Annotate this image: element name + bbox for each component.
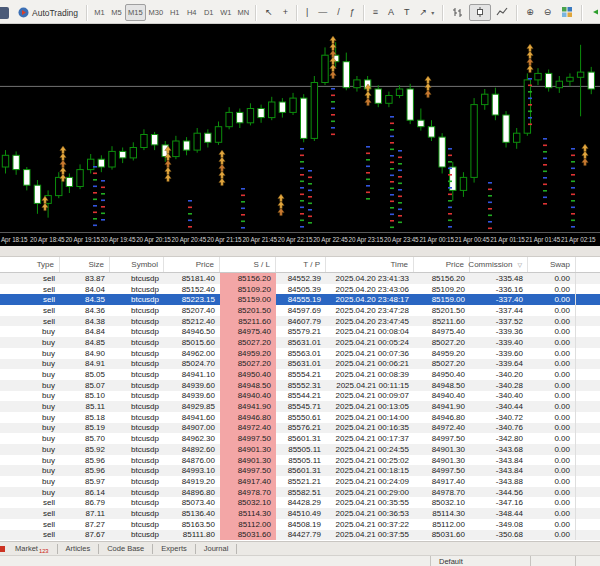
column-header-swap[interactable]: Swap: [528, 257, 576, 272]
cell-time: 2025.04.20 23:47:45: [326, 316, 414, 327]
timeframe-m30[interactable]: M30: [146, 4, 167, 21]
cell-swap: 0.00: [528, 423, 576, 434]
cell-tp: 85545.71: [276, 401, 326, 412]
history-row[interactable]: buy85.07btcusdp84939.6084948.5085552.312…: [0, 380, 600, 391]
text-tool[interactable]: A: [383, 4, 399, 21]
zoom-in-tool[interactable]: ⊕: [521, 4, 539, 21]
cell-swap: 0.00: [528, 455, 576, 466]
timeframe-h1[interactable]: H1: [166, 4, 183, 21]
column-header-sl[interactable]: S / L: [220, 257, 276, 272]
history-row[interactable]: sell84.04btcusdp85152.4085109.2084505.39…: [0, 284, 600, 295]
timeframe-w1[interactable]: W1: [217, 4, 234, 21]
history-row[interactable]: sell83.87btcusdp85181.4085156.2084552.39…: [0, 273, 600, 284]
history-row[interactable]: buy84.90btcusdp84962.0084959.2085563.012…: [0, 348, 600, 359]
cell-price: 84941.60: [164, 412, 220, 423]
candle-chart-type[interactable]: [469, 4, 491, 21]
cell-price: 84901.30: [414, 455, 470, 466]
cell-price: 85024.70: [164, 359, 220, 370]
timeframe-m1[interactable]: M1: [91, 4, 108, 21]
column-header-time[interactable]: Time: [326, 257, 414, 272]
history-row[interactable]: buy85.19btcusdp84907.0084972.4085576.212…: [0, 423, 600, 434]
status-message: [0, 556, 430, 566]
crosshair-tool-icon: +: [283, 8, 288, 17]
history-row[interactable]: sell86.79btcusdp85073.4085032.1084428.29…: [0, 497, 600, 508]
history-row[interactable]: buy85.96btcusdp84993.1084997.5085601.312…: [0, 465, 600, 476]
cell-commission: -337.40: [470, 294, 528, 305]
tab-journal[interactable]: Journal: [196, 544, 238, 554]
history-row[interactable]: buy85.92btcusdp84892.6084901.3085505.112…: [0, 444, 600, 455]
tab-market[interactable]: Market123: [7, 544, 58, 554]
timeframe-group: M1M5M15M30H1H4D1W1MN: [91, 4, 252, 21]
column-header-tp[interactable]: T / P: [276, 257, 326, 272]
tab-code-base[interactable]: Code Base: [99, 544, 153, 554]
column-header-size[interactable]: Size: [60, 257, 110, 272]
history-row[interactable]: buy85.10btcusdp84939.6084940.4085544.212…: [0, 391, 600, 402]
history-row[interactable]: buy84.91btcusdp85024.7085027.2085631.012…: [0, 359, 600, 370]
history-row[interactable]: buy85.05btcusdp84941.1084950.4085554.212…: [0, 369, 600, 380]
history-row[interactable]: buy85.18btcusdp84941.6084946.8085550.612…: [0, 412, 600, 423]
cell-tp: 85582.51: [276, 487, 326, 498]
panel-splitter[interactable]: [0, 246, 600, 257]
auto-scroll-tool[interactable]: [586, 4, 600, 21]
column-header-price[interactable]: Price: [414, 257, 470, 272]
cell-symbol: btcusdp: [110, 305, 164, 316]
bar-chart-type[interactable]: [447, 4, 469, 21]
cell-tp: 85631.01: [276, 359, 326, 370]
trade-history-panel: TypeSizeSymbolPriceS / LT / PTimePriceCo…: [0, 257, 600, 541]
history-row[interactable]: buy84.85btcusdp85015.6085027.2085631.012…: [0, 337, 600, 348]
toolbar-separator: [581, 5, 583, 21]
tab-experts[interactable]: Experts: [153, 544, 195, 554]
horizontal-line-tool[interactable]: —: [313, 4, 332, 21]
history-row[interactable]: sell87.27btcusdp85163.5085112.0084508.19…: [0, 519, 600, 530]
timeframe-mn[interactable]: MN: [234, 4, 252, 21]
trendline-tool[interactable]: /: [332, 4, 345, 21]
cell-symbol: btcusdp: [110, 433, 164, 444]
fibonacci-tool[interactable]: ƒ: [345, 4, 360, 21]
time-axis[interactable]: Apr 18:1520 Apr 18:4520 Apr 19:1520 Apr …: [0, 232, 600, 246]
cell-swap: 0.00: [528, 337, 576, 348]
column-header-commission[interactable]: Commission▽: [470, 257, 528, 272]
column-header-price[interactable]: Price: [164, 257, 220, 272]
crosshair-tool[interactable]: +: [278, 4, 293, 21]
column-header-type[interactable]: Type: [0, 257, 60, 272]
time-axis-label: 21 Apr 01:15: [490, 236, 525, 243]
cell-swap: 0.00: [528, 465, 576, 476]
cell-price: 84962.30: [164, 433, 220, 444]
history-row[interactable]: sell84.35btcusdp85223.1585159.0084555.19…: [0, 294, 600, 305]
history-row[interactable]: buy86.14btcusdp84896.8084978.7085582.512…: [0, 487, 600, 498]
cell-size: 84.91: [60, 359, 110, 370]
history-row[interactable]: sell84.38btcusdp85212.4085211.6084607.79…: [0, 316, 600, 327]
vertical-line-tool[interactable]: |: [301, 4, 313, 21]
arrows-tool[interactable]: ↗▾: [415, 4, 440, 21]
history-row[interactable]: buy85.97btcusdp84919.2084917.4085521.212…: [0, 476, 600, 487]
zoom-out-tool[interactable]: ⊖: [539, 4, 557, 21]
tab-articles[interactable]: Articles: [58, 544, 100, 554]
autotrading-button[interactable]: AutoTrading: [13, 4, 83, 21]
label-tool[interactable]: T: [399, 4, 415, 21]
profile-selector[interactable]: Default: [430, 556, 530, 566]
cell-swap: 0.00: [528, 530, 576, 541]
history-row[interactable]: sell87.67btcusdp85111.8085031.6084427.79…: [0, 530, 600, 541]
history-row[interactable]: sell84.36btcusdp85207.4085201.5084597.69…: [0, 305, 600, 316]
history-row[interactable]: buy85.96btcusdp84876.0084901.3085505.112…: [0, 455, 600, 466]
status-bar: Default: [0, 555, 600, 566]
cell-price: 85223.15: [164, 294, 220, 305]
history-row[interactable]: buy85.70btcusdp84962.3084997.5085601.312…: [0, 433, 600, 444]
timeframe-h4[interactable]: H4: [183, 4, 200, 21]
cell-size: 85.97: [60, 476, 110, 487]
timeframe-d1[interactable]: D1: [200, 4, 217, 21]
history-row[interactable]: buy84.84btcusdp84946.5084975.4085579.212…: [0, 326, 600, 337]
history-row[interactable]: sell87.11btcusdp85136.4085114.3084510.49…: [0, 508, 600, 519]
history-row[interactable]: buy85.11btcusdp84929.8584941.9085545.712…: [0, 401, 600, 412]
candlestick-chart[interactable]: [0, 24, 600, 232]
column-header-symbol[interactable]: Symbol: [110, 257, 164, 272]
cell-price: 84939.60: [164, 391, 220, 402]
cursor-tool[interactable]: ↖: [260, 4, 278, 21]
tile-windows-tool[interactable]: [556, 4, 578, 21]
timeframe-m5[interactable]: M5: [108, 4, 125, 21]
line-chart-type[interactable]: [491, 4, 513, 21]
timeframe-m15[interactable]: M15: [125, 4, 146, 21]
channel-tool[interactable]: ≡: [368, 4, 383, 21]
time-axis-label: 21 Apr 00:45: [455, 236, 490, 243]
cell-tp: 85601.31: [276, 465, 326, 476]
